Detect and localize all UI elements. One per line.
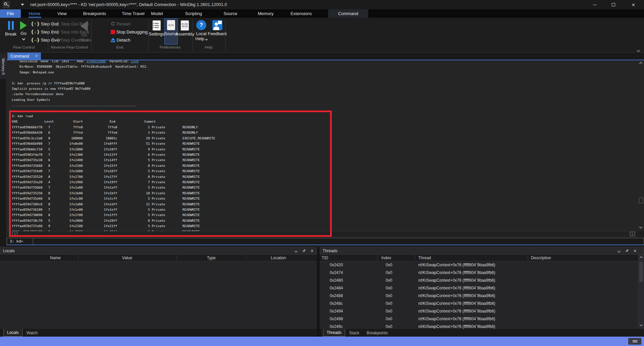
step-out-icon: {↑} (31, 21, 40, 26)
threads-rows: 0x24200x0nt!KiSwapContext+0x76 (fffff804… (320, 261, 637, 329)
thread-row[interactable]: 0x24200x0nt!KiSwapContext+0x76 (fffff804… (320, 261, 637, 269)
locals-col-name[interactable]: Name (50, 256, 61, 260)
tab-locals[interactable]: Locals (3, 329, 22, 337)
locals-panel: Locals ✕ Name Value Type Location Locals… (0, 247, 317, 337)
locals-title: Locals (3, 249, 15, 253)
threads-title-bar[interactable]: Threads ✕ (320, 247, 644, 255)
threads-col-thread[interactable]: Thread (418, 256, 431, 260)
locals-empty-grid[interactable] (0, 261, 317, 329)
scrollbar-thumb-marker[interactable] (639, 198, 643, 203)
scroll-up-icon[interactable] (639, 62, 643, 65)
menu-file[interactable]: File (0, 9, 21, 18)
group-label-reverse-flow-control: Reverse Flow Control (51, 45, 88, 49)
status-bar (0, 337, 644, 346)
threads-pin-icon[interactable] (625, 249, 629, 253)
locals-col-type[interactable]: Type (207, 256, 216, 260)
thread-row[interactable]: 0x24880x0nt!KiSwapContext+0x76 (fffff804… (320, 292, 637, 300)
menu-source[interactable]: Source (220, 9, 240, 18)
minimize-icon (593, 5, 597, 5)
help-question-icon: ? (196, 20, 206, 30)
locals-title-bar[interactable]: Locals ✕ (0, 247, 317, 255)
locals-pin-icon[interactable] (302, 249, 306, 253)
menu-model[interactable]: Model (148, 9, 166, 18)
settings-list-icon (153, 20, 161, 30)
feedback-button[interactable]: Feedback (209, 19, 226, 44)
go-button[interactable]: Go (17, 19, 30, 44)
close-button[interactable]: ✕ (623, 0, 644, 9)
memory-0-vertical-tab[interactable]: Memory 0 (0, 54, 7, 79)
tab-threads[interactable]: Threads (323, 329, 345, 337)
menu-memory[interactable]: Memory (255, 9, 277, 18)
group-label-end: End (116, 45, 123, 49)
scroll-right-icon[interactable]: › (630, 232, 635, 236)
locals-col-location[interactable]: Location (271, 256, 286, 260)
scroll-down-icon[interactable] (639, 225, 643, 229)
menu-view[interactable]: View (54, 9, 70, 18)
command-input[interactable] (33, 238, 644, 245)
locals-col-value[interactable]: Value (122, 256, 132, 260)
menu-scripting[interactable]: Scripting (182, 9, 206, 18)
assembly-button[interactable]: 0110110101 Assembly (177, 19, 193, 44)
kd-prompt-label: 3: kd> (7, 238, 33, 245)
command-vertical-scrollbar[interactable] (638, 60, 644, 231)
group-label-help: Help (205, 45, 213, 49)
break-button[interactable]: Break (3, 19, 18, 44)
thread-row[interactable]: 0x24980x0nt!KiSwapContext+0x76 (fffff804… (320, 315, 637, 323)
scroll-left-icon[interactable]: ‹ (12, 232, 17, 236)
menu-breakpoints[interactable]: Breakpoints (80, 9, 110, 18)
go-dropdown-chevron-icon[interactable] (22, 37, 25, 41)
detach-eject-icon (111, 38, 115, 42)
tab-watch[interactable]: Watch (23, 329, 41, 337)
step-into-icon: {↓} (31, 29, 40, 34)
maximize-button[interactable] (604, 0, 623, 9)
threads-scroll-thumb[interactable] (639, 262, 643, 282)
left-tool-rail (0, 53, 7, 246)
step-over-back-icon: {→} (51, 37, 60, 43)
threads-close-icon[interactable]: ✕ (634, 249, 637, 253)
settings-button[interactable]: Settings (148, 19, 165, 44)
thread-row[interactable]: 0x248c0x0nt!KiSwapContext+0x76 (fffff804… (320, 300, 637, 307)
tab-breakpoints[interactable]: Breakpoints (363, 329, 391, 337)
title-bar[interactable]: net:port=50005,key=**** - KD 'net:port=5… (0, 0, 644, 9)
status-notification-icon[interactable] (628, 338, 641, 345)
locals-close-icon[interactable]: ✕ (311, 249, 314, 253)
window-title: net:port=50005,key=**** - KD 'net:port=5… (30, 2, 227, 7)
step-into-back-icon: {↓} (51, 29, 60, 34)
restart-button[interactable]: Restart (111, 20, 131, 27)
thread-row[interactable]: 0x24840x0nt!KiSwapContext+0x76 (fffff804… (320, 284, 637, 292)
locals-tabs: Locals Watch (0, 329, 317, 337)
thread-row[interactable]: 0x249c0x0nt!KiSwapContext+0x76 (fffff804… (320, 323, 637, 329)
locals-dropdown-chevron-icon[interactable] (294, 249, 298, 253)
windbg-window: net:port=50005,key=**** - KD 'net:port=5… (0, 0, 644, 346)
threads-scroll-up-icon[interactable] (640, 256, 643, 260)
minimize-button[interactable] (585, 0, 604, 9)
command-tab-close-icon[interactable]: ✕ (35, 54, 38, 58)
threads-col-tid[interactable]: TID (322, 256, 328, 260)
title-dropdown-arrow-icon[interactable] (21, 4, 24, 6)
command-tab[interactable]: Command ✕ (7, 53, 41, 60)
menu-extensions[interactable]: Extensions (287, 9, 315, 18)
command-output-area[interactable]: SessionId: none Cid: 241c Peb: 1fe0e5500… (7, 60, 637, 237)
panel-splitter[interactable] (317, 247, 320, 337)
thread-row[interactable]: 0x24940x0nt!KiSwapContext+0x76 (fffff804… (320, 307, 637, 315)
tab-stack[interactable]: Stack (346, 329, 363, 337)
assembly-bits-icon: 0110110101 (181, 20, 189, 30)
go-back-button[interactable]: Go Back (78, 19, 91, 44)
threads-scrollbar[interactable] (638, 255, 644, 329)
locals-header-row: Name Value Type Location (0, 255, 317, 261)
thread-row[interactable]: 0x24800x0nt!KiSwapContext+0x76 (fffff804… (320, 277, 637, 284)
threads-dropdown-chevron-icon[interactable] (617, 249, 621, 253)
threads-scroll-down-icon[interactable] (640, 323, 643, 327)
thread-row[interactable]: 0x24740x0nt!KiSwapContext+0x76 (fffff804… (320, 269, 637, 277)
menu-command[interactable]: Command (335, 9, 362, 18)
detach-button[interactable]: Detach (111, 36, 130, 44)
windbg-app-icon (3, 1, 10, 8)
menu-time-travel[interactable]: Time Travel (118, 9, 148, 18)
command-horizontal-scrollbar[interactable]: ‹ › (7, 231, 637, 236)
local-help-button[interactable]: ? Local Help (194, 19, 209, 44)
threads-col-index[interactable]: Index (381, 256, 391, 260)
terminal-text: SessionId: none Cid: 241c Peb: 1fe0e5500… (7, 60, 637, 234)
stop-debugging-button[interactable]: Stop Debugging (111, 28, 148, 36)
ribbon-collapse-chevron-icon[interactable] (637, 47, 640, 53)
threads-col-description[interactable]: Description (531, 256, 551, 260)
